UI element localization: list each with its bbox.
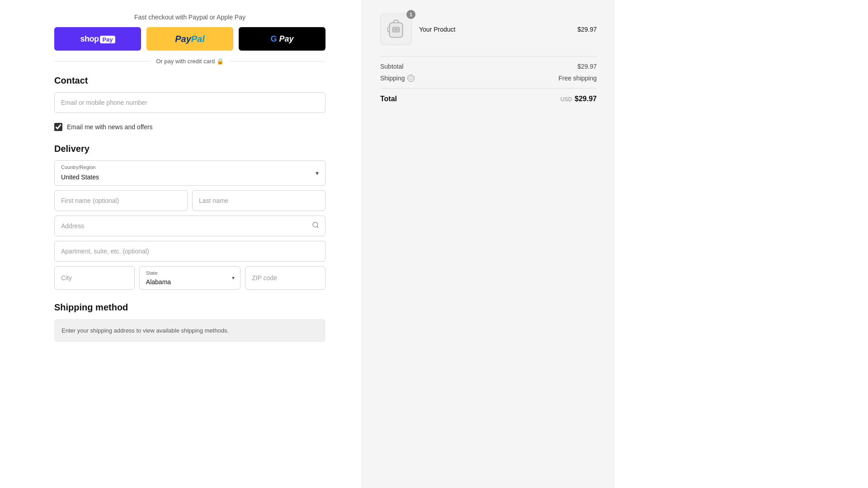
name-row bbox=[54, 190, 326, 211]
city-state-zip-row: State Alabama Alaska Arizona Arkansas Ca… bbox=[54, 266, 326, 290]
or-pay-divider: Or pay with credit card 🔒 bbox=[54, 58, 326, 65]
payment-buttons-row: shopPay PayPal G Pay bbox=[54, 27, 326, 51]
city-field-wrapper bbox=[54, 266, 135, 290]
shop-pay-icon: shopPay bbox=[80, 34, 115, 44]
country-label: Country/Region bbox=[61, 164, 95, 170]
shipping-label: Shipping bbox=[380, 75, 405, 82]
total-label: Total bbox=[380, 95, 397, 103]
checkout-left-panel: Fast checkout with Paypal or Apple Pay s… bbox=[0, 0, 362, 488]
summary-divider-top bbox=[380, 56, 597, 56]
address-input[interactable] bbox=[54, 216, 326, 236]
delivery-heading: Delivery bbox=[54, 144, 326, 154]
country-region-wrapper: Country/Region United States ▾ bbox=[54, 160, 326, 186]
shipping-label-row: Shipping ⓘ bbox=[380, 75, 415, 82]
shipping-value: Free shipping bbox=[558, 75, 597, 82]
total-currency: USD bbox=[561, 96, 572, 103]
newsletter-label: Email me with news and offers bbox=[67, 123, 153, 131]
product-quantity-badge: 1 bbox=[406, 10, 415, 19]
shipping-method-heading: Shipping method bbox=[54, 302, 326, 313]
product-name: Your Product bbox=[419, 26, 570, 33]
shipping-info-text: Enter your shipping address to view avai… bbox=[61, 327, 229, 334]
paypal-button[interactable]: PayPal bbox=[146, 27, 233, 51]
state-label: State bbox=[146, 270, 158, 276]
newsletter-checkbox[interactable] bbox=[54, 123, 62, 131]
last-name-input[interactable] bbox=[192, 190, 326, 211]
google-pay-button[interactable]: G Pay bbox=[239, 27, 326, 51]
shipping-info-icon[interactable]: ⓘ bbox=[407, 75, 415, 82]
total-row: Total USD $29.97 bbox=[380, 95, 597, 103]
delivery-section: Delivery Country/Region United States ▾ bbox=[54, 144, 326, 290]
summary-divider-bottom bbox=[380, 88, 597, 89]
or-pay-label: Or pay with credit card 🔒 bbox=[156, 58, 224, 65]
divider-line-right bbox=[229, 61, 326, 61]
email-input[interactable] bbox=[54, 92, 326, 113]
state-select-wrapper: State Alabama Alaska Arizona Arkansas Ca… bbox=[139, 266, 241, 290]
product-row: 1 Your Product $29.97 bbox=[380, 14, 597, 45]
zip-field-wrapper bbox=[245, 266, 326, 290]
product-image bbox=[380, 14, 412, 45]
address-wrapper bbox=[54, 216, 326, 236]
subtotal-label: Subtotal bbox=[380, 63, 403, 70]
shipping-method-section: Shipping method Enter your shipping addr… bbox=[54, 302, 326, 342]
apartment-input[interactable] bbox=[54, 241, 326, 262]
order-summary-panel: 1 Your Product $29.97 Subtotal $29.97 Sh… bbox=[362, 0, 615, 488]
subtotal-value: $29.97 bbox=[577, 63, 597, 70]
zip-input[interactable] bbox=[245, 266, 326, 290]
contact-heading: Contact bbox=[54, 75, 326, 86]
newsletter-row: Email me with news and offers bbox=[54, 123, 326, 131]
backpack-icon bbox=[386, 18, 406, 41]
shipping-row: Shipping ⓘ Free shipping bbox=[380, 75, 597, 82]
total-price-right: USD $29.97 bbox=[561, 95, 597, 103]
city-input[interactable] bbox=[54, 266, 135, 290]
product-price: $29.97 bbox=[577, 26, 597, 33]
fast-checkout-label: Fast checkout with Paypal or Apple Pay bbox=[54, 14, 326, 21]
product-image-wrapper: 1 bbox=[380, 14, 412, 45]
subtotal-row: Subtotal $29.97 bbox=[380, 63, 597, 70]
divider-line-left bbox=[54, 61, 151, 61]
first-name-input[interactable] bbox=[54, 190, 188, 211]
paypal-logo: PayPal bbox=[175, 34, 205, 44]
shipping-info-box: Enter your shipping address to view avai… bbox=[54, 319, 326, 342]
google-pay-logo: G Pay bbox=[270, 34, 293, 44]
shop-pay-button[interactable]: shopPay bbox=[54, 27, 141, 51]
total-value: $29.97 bbox=[575, 95, 597, 103]
